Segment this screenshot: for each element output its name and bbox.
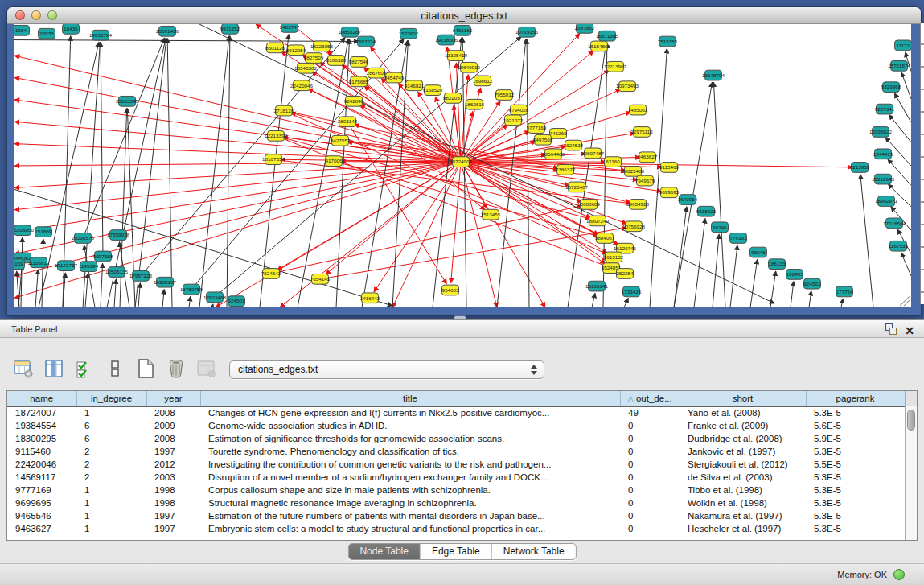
table-cell[interactable]: Tourette syndrome. Phenomenology and cla…: [200, 445, 620, 458]
graph-node[interactable]: 7485063: [628, 105, 648, 115]
graph-node[interactable]: 1733426: [622, 286, 642, 297]
table-row[interactable]: 946554611997Estimation of the future num…: [7, 509, 905, 522]
graph-node[interactable]: 9827509: [304, 53, 324, 64]
graph-node[interactable]: 11156812: [27, 257, 50, 268]
network-canvas[interactable]: 1872400786011288912954182260589827509165…: [14, 24, 911, 307]
table-cell[interactable]: Investigating the contribution of common…: [200, 458, 620, 471]
graph-node[interactable]: 20206576: [72, 233, 95, 244]
table-cell[interactable]: Estimation of the future numbers of pati…: [200, 509, 620, 522]
graph-node[interactable]: 2087682: [575, 24, 595, 33]
graph-node[interactable]: 7524542: [261, 269, 281, 279]
graph-node[interactable]: 19654923: [626, 200, 650, 210]
close-panel-icon[interactable]: ✕: [905, 322, 914, 340]
graph-node[interactable]: 20053346: [116, 96, 139, 106]
tab-node-table[interactable]: Node Table: [348, 544, 421, 559]
graph-node[interactable]: 6497568: [533, 134, 553, 145]
table-cell[interactable]: 0: [620, 432, 680, 445]
table-cell[interactable]: 2: [76, 445, 146, 458]
graph-node[interactable]: 15751874: [888, 60, 911, 71]
graph-node[interactable]: 779191: [730, 233, 748, 244]
table-cell[interactable]: 1: [76, 509, 146, 522]
graph-node[interactable]: 62160: [605, 157, 622, 167]
graph-node[interactable]: 16543382: [294, 63, 318, 73]
graph-node[interactable]: 1698612: [473, 76, 493, 86]
graph-node[interactable]: 9158520: [423, 85, 443, 96]
table-cell[interactable]: Dudbridge et al. (2008): [680, 432, 806, 445]
table-cell[interactable]: 49: [620, 406, 680, 419]
graph-node[interactable]: 954683: [442, 285, 460, 295]
graph-node[interactable]: 1167533: [889, 241, 909, 251]
table-cell[interactable]: 14569117: [7, 471, 76, 484]
table-cell[interactable]: 2009: [146, 419, 200, 432]
graph-node[interactable]: 9777169: [527, 123, 547, 134]
graph-node[interactable]: 7386372: [556, 165, 576, 175]
graph-node[interactable]: 1862615: [465, 99, 485, 109]
table-row[interactable]: 1830029562008Estimation of significance …: [7, 432, 905, 445]
graph-node[interactable]: 1145194: [79, 262, 99, 272]
table-row[interactable]: 977716911998Corpus callosum shape and si…: [7, 484, 905, 496]
table-row[interactable]: 1872400712008Changes of HCN gene express…: [7, 406, 905, 419]
table-cell[interactable]: Estimation of significance thresholds fo…: [200, 432, 620, 445]
table-cell[interactable]: Disruption of a novel member of a sodium…: [200, 471, 620, 484]
table-cell[interactable]: Corpus callosum shape and size in male p…: [200, 484, 620, 496]
graph-node[interactable]: 20564486: [542, 149, 565, 159]
graph-node[interactable]: 924501: [804, 278, 822, 289]
graph-node[interactable]: 17359928: [107, 230, 130, 241]
graph-node[interactable]: 18992971: [875, 196, 898, 207]
table-cell[interactable]: 0: [620, 445, 680, 458]
graph-node[interactable]: 417006: [326, 156, 343, 167]
table-cell[interactable]: 5.3E-5: [806, 471, 905, 484]
graph-node[interactable]: 7955812: [495, 90, 515, 101]
scrollbar-thumb[interactable]: [907, 410, 915, 431]
table-cell[interactable]: 19384554: [7, 419, 76, 432]
table-cell[interactable]: Franke et al. (2009): [680, 419, 806, 432]
table-cell[interactable]: 2: [76, 471, 146, 484]
graph-node[interactable]: 22420046: [290, 80, 314, 91]
column-visibility-icon[interactable]: [43, 358, 64, 379]
graph-node[interactable]: 924501: [228, 296, 246, 307]
column-header-in_degree[interactable]: in_degree: [76, 391, 146, 406]
graph-node[interactable]: 12213392: [265, 130, 288, 141]
new-table-icon[interactable]: [135, 358, 156, 379]
table-cell[interactable]: 0: [620, 419, 680, 432]
column-header-name[interactable]: name: [7, 391, 76, 406]
window-resize-grip[interactable]: [900, 296, 910, 306]
graph-node[interactable]: 16648794: [702, 70, 725, 80]
table-cell[interactable]: 1998: [146, 496, 200, 509]
table-row[interactable]: 2242004622012Investigating the contribut…: [7, 458, 905, 471]
graph-node[interactable]: 10807487: [581, 148, 605, 159]
row-height-icon[interactable]: [105, 358, 125, 379]
graph-node[interactable]: 9884067: [595, 233, 615, 244]
graph-node[interactable]: 1615132: [604, 252, 624, 262]
graph-node[interactable]: 15136141: [585, 281, 609, 291]
window-titlebar[interactable]: citations_edges.txt: [7, 7, 921, 24]
graph-node[interactable]: 9146821: [405, 80, 425, 91]
graph-node[interactable]: 8215958: [850, 163, 870, 173]
table-cell[interactable]: 5.3E-5: [806, 445, 905, 458]
column-header-short[interactable]: short: [680, 391, 806, 406]
table-cell[interactable]: 18300295: [7, 432, 76, 445]
graph-node[interactable]: 8454749: [384, 72, 405, 83]
table-cell[interactable]: 0: [620, 509, 680, 522]
graph-node[interactable]: 1921072: [503, 115, 524, 126]
table-cell[interactable]: Embryonic stem cells: a model to study s…: [200, 522, 620, 535]
graph-node[interactable]: 15720407: [565, 182, 589, 192]
table-cell[interactable]: 1: [76, 484, 146, 496]
graph-node[interactable]: 16210643: [872, 174, 895, 184]
table-cell[interactable]: 1997: [146, 522, 200, 535]
table-cell[interactable]: de Silva et al. (2003): [680, 471, 806, 484]
graph-node[interactable]: 18724007: [450, 157, 473, 167]
table-cell[interactable]: 5.6E-5: [806, 419, 905, 432]
table-cell[interactable]: 6: [76, 432, 146, 445]
table-cell[interactable]: 5.9E-5: [806, 432, 905, 445]
table-cell[interactable]: 0: [620, 496, 680, 509]
graph-node[interactable]: 1244415: [873, 149, 893, 159]
table-cell[interactable]: Structural magnetic resonance image aver…: [200, 496, 620, 509]
select-attributes-icon[interactable]: [74, 358, 95, 379]
table-cell[interactable]: 5.3E-5: [806, 509, 905, 522]
table-cell[interactable]: 5.3E-5: [806, 406, 905, 419]
graph-node[interactable]: 9115460: [659, 163, 680, 173]
column-header-out_de[interactable]: △out_de...: [620, 391, 680, 406]
graph-node[interactable]: 10719155: [515, 27, 539, 37]
table-selector-dropdown[interactable]: citations_edges.txt: [229, 360, 544, 379]
